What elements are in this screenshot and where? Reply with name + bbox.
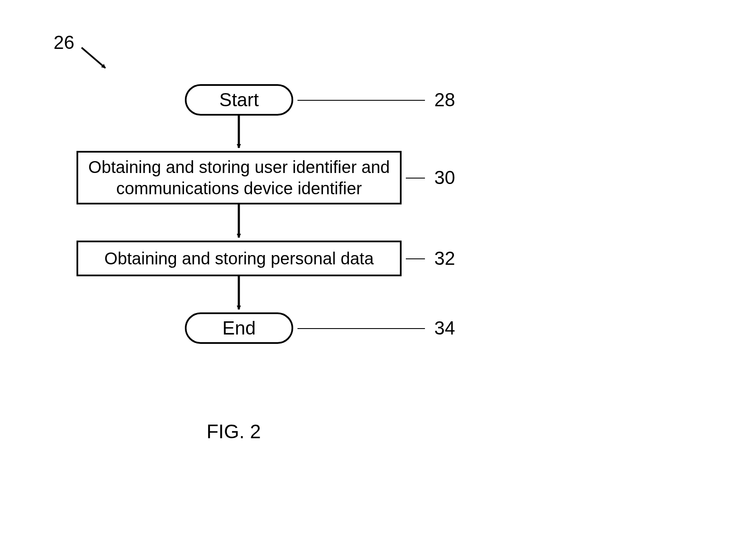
leader-end [297,328,425,329]
process-step2: Obtaining and storing personal data [76,241,402,276]
leader-step1 [406,178,425,179]
ref-step1-number: 30 [434,167,455,188]
leader-start [297,100,425,101]
process-step1: Obtaining and storing user identifier an… [76,151,402,204]
leader-step2 [406,258,425,259]
flowchart-canvas: 26 Start 28 Obtaining and storing user i… [0,0,756,550]
ref-step2-number: 32 [434,248,455,269]
terminator-end: End [185,312,293,344]
arrow-ref-26 [82,48,105,68]
figure-caption: FIG. 2 [207,420,261,443]
ref-figure-number: 26 [54,32,74,53]
ref-start-number: 28 [434,89,455,111]
ref-end-number: 34 [434,318,455,339]
terminator-start: Start [185,84,293,116]
